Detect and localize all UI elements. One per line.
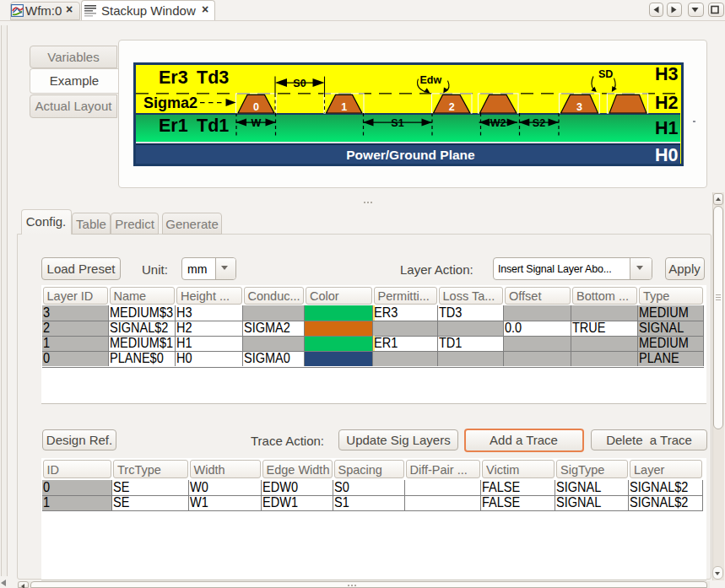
svg-text:SD: SD xyxy=(598,67,613,79)
svg-text:H3: H3 xyxy=(655,65,679,84)
svg-text:W: W xyxy=(251,116,261,128)
svg-text:W2: W2 xyxy=(490,116,506,128)
svg-text:Er1: Er1 xyxy=(159,115,188,135)
svg-text:Sigma2: Sigma2 xyxy=(143,94,197,111)
svg-text:Power/Ground Plane: Power/Ground Plane xyxy=(346,147,475,161)
svg-text:S0: S0 xyxy=(293,77,306,89)
svg-text:Td1: Td1 xyxy=(197,115,229,135)
svg-text:S2: S2 xyxy=(532,116,544,128)
svg-text:1: 1 xyxy=(341,101,347,113)
svg-text:H0: H0 xyxy=(655,144,679,162)
svg-text:S1: S1 xyxy=(391,116,403,128)
svg-text:Td3: Td3 xyxy=(197,67,229,88)
svg-text:Er3: Er3 xyxy=(159,67,188,88)
svg-text:3: 3 xyxy=(576,101,582,113)
svg-text:H2: H2 xyxy=(655,92,679,112)
svg-text:Edw: Edw xyxy=(419,74,441,86)
svg-text:2: 2 xyxy=(448,101,454,113)
svg-text:H1: H1 xyxy=(655,117,679,138)
svg-text:0: 0 xyxy=(253,101,259,113)
